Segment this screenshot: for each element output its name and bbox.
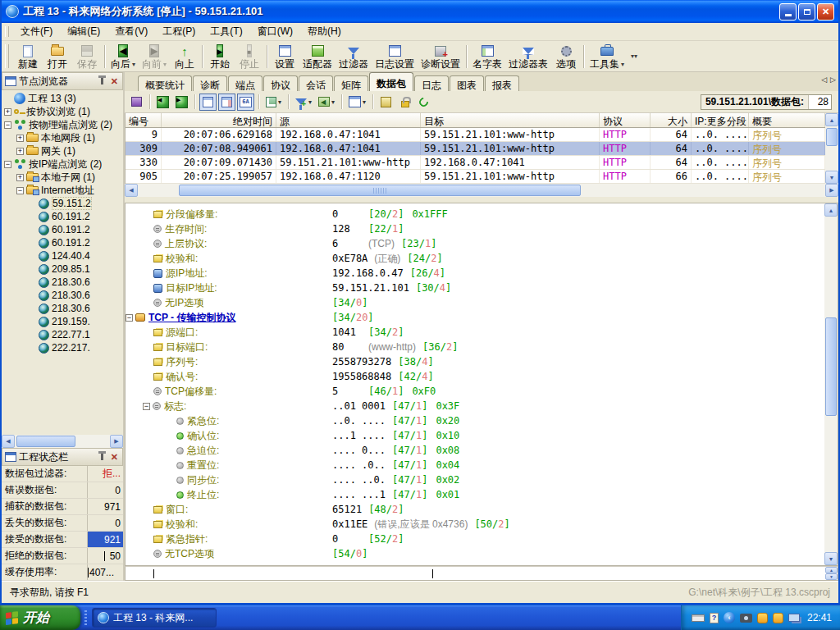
goto-packet-button[interactable]: ▾ [316,94,337,111]
scroll-right-icon[interactable]: ▶ [110,435,123,448]
next-packet-button[interactable] [173,94,190,111]
scroll-thumb[interactable] [826,128,838,146]
add-filter-button[interactable]: ▾ [293,94,314,111]
toolbox-button[interactable]: 工具集▾ [587,43,628,71]
pin-icon[interactable] [101,78,103,84]
tree-horizontal-scrollbar[interactable]: ◀ ▶ [2,435,123,448]
detail-row-6[interactable]: 无IP选项[34/0] [126,295,824,310]
tab-2[interactable]: 端点 [228,75,262,91]
scroll-thumb[interactable] [825,317,837,416]
tab-7[interactable]: 日志 [414,75,449,91]
tab-0[interactable]: 概要统计 [138,75,192,91]
scroll-track[interactable] [825,126,838,171]
tree-item-9[interactable]: 60.191.2 [2,210,123,223]
taskbar-task-button[interactable]: 工程 13 - 科来网... [92,608,217,628]
tab-1[interactable]: 诊断 [193,75,227,91]
column-header-size[interactable]: 大小 [651,113,692,127]
adapter-card-button[interactable]: 适配器 [299,43,336,71]
menu-item-3[interactable]: 工程(P) [155,22,203,41]
column-header-ipfrag[interactable]: IP:更多分段 [692,113,749,127]
expander-minus-icon[interactable]: − [4,161,11,168]
close-button[interactable]: ✕ [817,3,834,21]
detail-row-7[interactable]: −TCP - 传输控制协议[34/20] [126,310,824,325]
expander-minus-icon[interactable]: − [143,403,150,410]
tab-8[interactable]: 图表 [450,75,484,91]
tree-item-6[interactable]: +本地子网 (1) [2,171,123,184]
scroll-up-icon[interactable]: ▲ [825,113,838,126]
hex-view-pane[interactable]: ▲ ▼ [125,566,838,581]
buffer-view-button[interactable] [128,94,145,111]
tree-item-16[interactable]: 218.30.6 [2,302,123,315]
scroll-track[interactable] [824,217,838,552]
decode-view-button[interactable] [218,94,235,111]
packet-row-330[interactable]: 33020:07:09.07143059.151.21.101:www-http… [126,156,838,170]
toolbar-overflow-button[interactable]: ▾▾ [629,51,639,62]
expander-minus-icon[interactable]: − [126,314,133,322]
column-header-dst[interactable]: 目标 [421,113,600,127]
export-packets-button[interactable] [377,94,395,111]
detail-row-21[interactable]: 校验和:0x11EE(错误,应该是 0x4736)[50/2] [126,517,824,532]
detail-row-0[interactable]: 分段偏移量:0[20/2]0x1FFF [126,207,824,221]
scroll-left-icon[interactable]: ◀ [125,184,138,197]
tab-3[interactable]: 协议 [263,75,298,91]
prev-packet-button[interactable] [154,94,171,111]
pane-splitter[interactable] [125,197,838,203]
menu-item-5[interactable]: 窗口(W) [250,22,300,41]
menu-item-6[interactable]: 帮助(H) [300,22,349,41]
scroll-down-icon[interactable]: ▼ [824,552,838,565]
detail-row-17[interactable]: 重置位:.... .0..[47/1]0x04 [126,458,824,472]
options-gear-button[interactable]: 选项 [551,43,581,71]
hex-view-button[interactable]: 6A [237,94,254,111]
collapse-chevron-icon[interactable]: ‹ [724,612,735,623]
menu-item-2[interactable]: 查看(V) [107,22,155,41]
detail-row-1[interactable]: 生存时间:128[22/1] [126,221,824,236]
name-table-button[interactable]: 名字表 [469,43,505,71]
panel-close-icon[interactable]: ✕ [109,452,120,463]
decode-vscrollbar[interactable]: ▲ ▼ [824,203,838,565]
detail-row-13[interactable]: −标志:..01 0001[47/1]0x3F [126,399,824,413]
open-folder-button[interactable]: 打开 [43,43,72,71]
panel-close-icon[interactable]: ✕ [109,76,120,87]
column-header-proto[interactable]: 协议 [600,113,651,127]
tree-item-14[interactable]: 218.30.6 [2,276,123,289]
tree-item-8[interactable]: 59.151.2 [2,197,123,210]
column-layout-button[interactable]: ▾ [263,94,284,111]
scroll-down-icon[interactable]: ▼ [825,171,838,184]
scroll-up-icon[interactable]: ▲ [825,567,838,573]
tree-item-3[interactable]: +本地网段 (1) [2,131,123,144]
detail-row-19[interactable]: 终止位:.... ...1[47/1]0x01 [126,487,824,502]
packet-list-hscrollbar[interactable]: ◀ ▶ [125,184,838,197]
im2-icon[interactable] [773,613,783,623]
scroll-down-icon[interactable]: ▼ [825,573,838,580]
tree-item-15[interactable]: 218.30.6 [2,289,123,302]
detail-row-8[interactable]: 源端口:1041[34/2] [126,325,824,340]
keyboard-icon[interactable] [692,614,705,622]
scroll-thumb[interactable] [179,185,581,196]
detail-row-16[interactable]: 急迫位:.... 0...[47/1]0x08 [126,443,824,458]
packet-row-9[interactable]: 920:07:06.629168192.168.0.47:104159.151.… [126,128,838,142]
menu-item-0[interactable]: 文件(F) [13,22,60,41]
filter-funnel-button[interactable]: 过滤器 [336,43,372,71]
column-header-summary[interactable]: 概要 [749,113,825,127]
scroll-left-icon[interactable]: ◀ [2,435,15,448]
detail-row-9[interactable]: 目标端口:80(www-http)[36/2] [126,340,824,354]
menu-item-4[interactable]: 工具(T) [203,22,249,41]
help-icon[interactable]: ? [710,613,719,623]
expander-plus-icon[interactable]: + [16,148,24,155]
settings-table-button[interactable]: 设置 [270,43,299,71]
expander-plus-icon[interactable]: + [4,108,11,116]
tree-item-1[interactable]: +按协议浏览 (1) [2,105,123,118]
packet-row-309[interactable]: 30920:07:08.949061192.168.0.47:104159.15… [126,142,838,156]
tree-item-18[interactable]: 222.77.1 [2,328,123,341]
tree-item-17[interactable]: 219.159. [2,315,123,328]
scroll-up-icon[interactable]: ▲ [824,203,838,217]
log-settings-button[interactable]: 日志设置 [372,43,418,71]
tree-item-11[interactable]: 60.191.2 [2,236,123,249]
detail-row-23[interactable]: 无TCP选项[54/0] [126,546,824,561]
tab-5[interactable]: 矩阵 [334,75,368,91]
minimize-button[interactable] [779,3,797,21]
column-header-no[interactable]: 编号 [126,113,162,127]
field-list-view-button[interactable] [199,94,217,111]
tree-item-19[interactable]: 222.217. [2,341,123,354]
tree-item-10[interactable]: 60.191.2 [2,223,123,236]
